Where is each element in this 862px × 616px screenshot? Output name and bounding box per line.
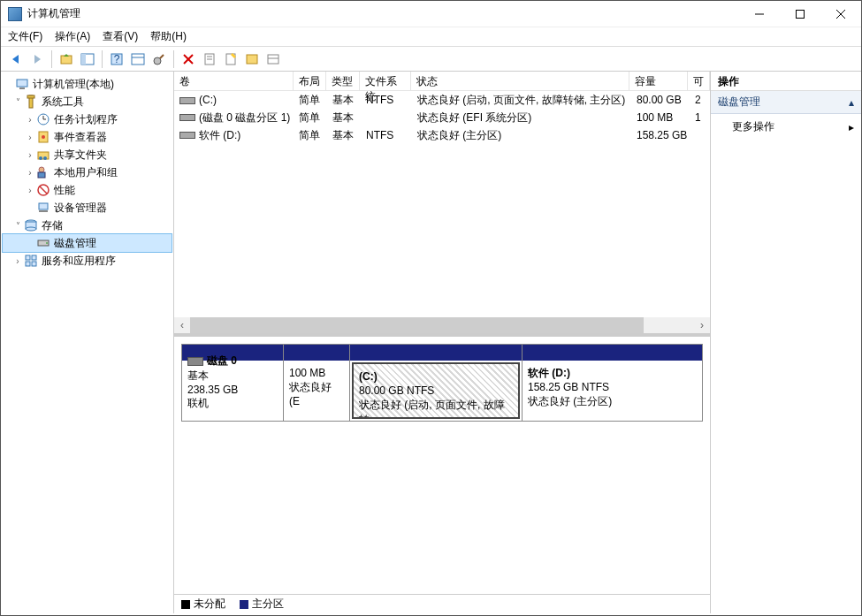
tree-local-users[interactable]: › 本地用户和组 [3, 164, 172, 181]
scroll-right-icon[interactable]: › [694, 317, 710, 333]
expander-icon[interactable]: › [24, 150, 36, 160]
disk-row[interactable]: 磁盘 0 基本 238.35 GB 联机 100 MB 状态良好 (E [181, 344, 703, 422]
svg-rect-52 [32, 262, 36, 266]
svg-rect-27 [19, 87, 25, 89]
actions-pane: 操作 磁盘管理 ▴ 更多操作 ▸ [711, 72, 861, 613]
chevron-right-icon: ▸ [849, 121, 854, 133]
maximize-button[interactable] [780, 1, 820, 27]
toolbar-btn-10[interactable] [242, 49, 262, 69]
partition-c[interactable]: (C:) 80.00 GB NTFS 状态良好 (启动, 页面文件, 故障转 [350, 345, 523, 421]
toolbar-btn-11[interactable] [263, 49, 283, 69]
scroll-track[interactable] [190, 317, 694, 333]
expander-icon[interactable]: › [24, 168, 36, 178]
tree-root[interactable]: 计算机管理(本地) [3, 75, 172, 93]
h-scrollbar[interactable]: ‹ › [174, 317, 710, 333]
menu-help[interactable]: 帮助(H) [150, 29, 187, 44]
tree-event-viewer[interactable]: › 事件查看器 [3, 128, 172, 146]
tree-device-manager[interactable]: 设备管理器 [3, 199, 172, 217]
back-button[interactable] [6, 49, 26, 69]
scroll-thumb[interactable] [190, 317, 644, 333]
col-fs[interactable]: 文件系统 [360, 72, 411, 90]
menu-view[interactable]: 查看(V) [103, 29, 138, 44]
expander-icon[interactable]: › [24, 115, 36, 125]
svg-point-38 [39, 167, 44, 172]
expander-icon[interactable]: › [11, 256, 24, 266]
tree-services-apps[interactable]: › 服务和应用程序 [3, 252, 172, 270]
svg-marker-4 [12, 55, 19, 64]
expander-icon[interactable]: ˅ [11, 221, 24, 231]
show-hide-tree-button[interactable] [78, 49, 97, 69]
close-button[interactable] [820, 1, 861, 27]
table-row[interactable]: (C:)简单基本NTFS状态良好 (启动, 页面文件, 故障转储, 主分区)80… [174, 91, 710, 109]
refresh-button[interactable] [149, 49, 169, 69]
tree-storage[interactable]: ˅ 存储 [3, 217, 172, 234]
col-capacity[interactable]: 容量 [629, 72, 688, 90]
svg-rect-9 [81, 54, 86, 65]
menu-file[interactable]: 文件(F) [8, 29, 42, 44]
table-row[interactable]: (磁盘 0 磁盘分区 1)简单基本状态良好 (EFI 系统分区)100 MB1 [174, 109, 710, 126]
part-bar [523, 345, 702, 361]
tree-label: 服务和应用程序 [42, 254, 116, 269]
clock-icon [36, 112, 50, 126]
expander-icon[interactable]: › [24, 186, 36, 195]
svg-rect-6 [61, 56, 72, 64]
volume-rows[interactable]: (C:)简单基本NTFS状态良好 (启动, 页面文件, 故障转储, 主分区)80… [174, 91, 710, 317]
tree-performance[interactable]: › 性能 [3, 181, 172, 199]
svg-point-48 [46, 242, 48, 244]
title-bar: 计算机管理 [1, 1, 861, 27]
tree-label: 设备管理器 [54, 201, 107, 216]
tree-shared-folders[interactable]: › 共享文件夹 [3, 146, 172, 164]
new-button[interactable] [221, 49, 240, 69]
tree-label: 共享文件夹 [54, 148, 107, 163]
tree-disk-management[interactable]: 磁盘管理 [3, 234, 172, 252]
toolbar-btn-5[interactable] [128, 49, 148, 69]
svg-point-14 [154, 57, 161, 65]
tree-label: 任务计划程序 [54, 112, 118, 127]
scroll-left-icon[interactable]: ‹ [174, 317, 190, 333]
toolbar: ? [1, 47, 861, 72]
minimize-button[interactable] [739, 1, 780, 27]
storage-icon [24, 218, 38, 232]
volume-header-row: 卷 布局 类型 文件系统 状态 容量 可 [174, 72, 710, 91]
part-status: 状态良好 (E [289, 380, 344, 408]
tree-label: 事件查看器 [54, 130, 107, 145]
col-free[interactable]: 可 [688, 72, 710, 90]
perf-icon [36, 183, 50, 197]
part-bar [350, 345, 522, 361]
tree-task-scheduler[interactable]: › 任务计划程序 [3, 110, 172, 128]
volume-list: 卷 布局 类型 文件系统 状态 容量 可 (C:)简单基本NTFS状态良好 (启… [174, 72, 710, 337]
part-name: 软件 (D:) [528, 366, 697, 380]
expander-icon[interactable]: ˅ [11, 97, 24, 107]
services-icon [24, 254, 38, 268]
up-button[interactable] [57, 49, 76, 69]
actions-more[interactable]: 更多操作 ▸ [711, 114, 861, 140]
part-cap: 158.25 GB NTFS [528, 380, 697, 394]
toolbar-separator [51, 50, 52, 68]
collapse-icon[interactable]: ▴ [849, 96, 854, 109]
col-layout[interactable]: 布局 [294, 72, 327, 90]
delete-button[interactable] [179, 49, 198, 69]
console-tree[interactable]: 计算机管理(本地) ˅ 系统工具 › 任务计划程序 › 事件查看器 › 共享文件… [1, 72, 174, 613]
part-cap: 80.00 GB NTFS [359, 384, 513, 398]
forward-button[interactable] [27, 49, 47, 69]
actions-section[interactable]: 磁盘管理 ▴ [711, 91, 861, 114]
tree-system-tools[interactable]: ˅ 系统工具 [3, 93, 172, 110]
partition-d[interactable]: 软件 (D:) 158.25 GB NTFS 状态良好 (主分区) [523, 345, 702, 421]
expander-icon[interactable]: › [24, 133, 36, 142]
menu-action[interactable]: 操作(A) [55, 29, 90, 44]
col-type[interactable]: 类型 [326, 72, 360, 90]
toolbar-separator [102, 50, 103, 68]
users-icon [36, 165, 50, 179]
properties-button[interactable] [200, 49, 219, 69]
disk-type: 基本 [187, 369, 278, 384]
col-status[interactable]: 状态 [411, 72, 629, 90]
part-status: 状态良好 (主分区) [528, 394, 697, 408]
col-volume[interactable]: 卷 [174, 72, 294, 90]
disk-state: 联机 [187, 396, 278, 411]
partition-efi[interactable]: 100 MB 状态良好 (E [284, 345, 350, 421]
svg-rect-23 [247, 55, 257, 64]
disk-info-box[interactable]: 磁盘 0 基本 238.35 GB 联机 [182, 345, 284, 421]
event-icon [36, 130, 50, 144]
table-row[interactable]: 软件 (D:)简单基本NTFS状态良好 (主分区)158.25 GB [174, 126, 710, 144]
help-button[interactable]: ? [107, 49, 126, 69]
